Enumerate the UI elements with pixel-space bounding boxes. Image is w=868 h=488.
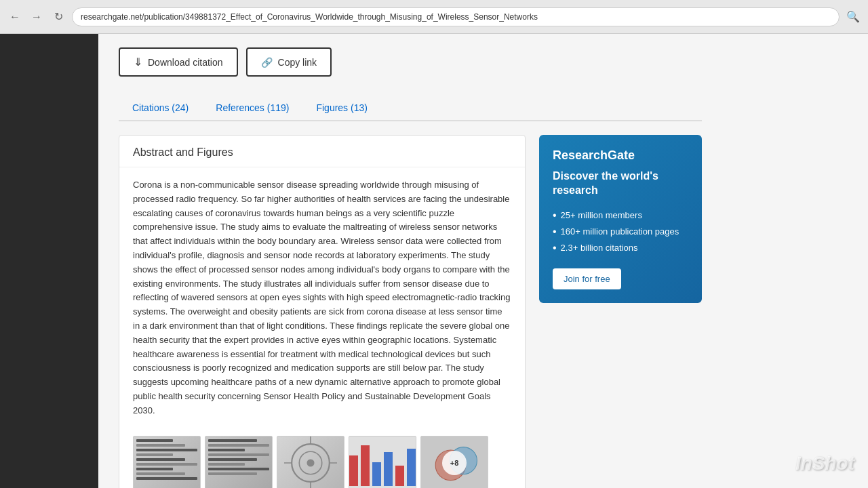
flowchart-line: [208, 453, 269, 456]
abstract-section: Abstract and Figures Corona is a non-com…: [119, 135, 526, 488]
bar-2: [361, 445, 370, 486]
flowchart-line: [136, 477, 197, 480]
download-icon: ⇓: [134, 56, 142, 68]
bar-3: [372, 462, 381, 486]
flowchart-line: [208, 472, 257, 475]
abstract-body: Corona is a non-communicable sensor dise…: [119, 167, 525, 429]
download-citation-label: Download citation: [148, 57, 223, 68]
tab-references[interactable]: References (119): [202, 96, 302, 120]
join-free-button[interactable]: Join for free: [553, 268, 621, 289]
rg-stats-list: 25+ million members 160+ million publica…: [553, 207, 688, 256]
flowchart-line: [208, 449, 245, 451]
rg-stat-2: 160+ million publication pages: [553, 224, 688, 240]
flowchart-line: [208, 444, 269, 447]
flowchart-line: [208, 463, 245, 466]
copy-link-label: Copy link: [278, 57, 317, 68]
rg-stat-1: 25+ million members: [553, 207, 688, 224]
tab-figures[interactable]: Figures (13): [302, 96, 380, 120]
rg-stat-3: 2.3+ billion citations: [553, 240, 688, 256]
abstract-title: Abstract and Figures: [133, 146, 511, 159]
flowchart-line: [136, 458, 185, 461]
action-buttons-row: ⇓ Download citation 🔗 Copy link: [119, 47, 702, 77]
search-button[interactable]: 🔍: [845, 9, 861, 25]
rg-card: ResearchGate Discover the world's resear…: [539, 135, 702, 303]
figures-row: +8: [119, 429, 525, 488]
bar-5: [395, 466, 404, 486]
overlay-badge: +8: [442, 451, 467, 475]
link-icon: 🔗: [261, 57, 273, 68]
flowchart-line: [208, 439, 257, 442]
flowchart-line: [136, 453, 173, 456]
copy-link-button[interactable]: 🔗 Copy link: [246, 47, 332, 77]
tab-citations[interactable]: Citations (24): [119, 96, 202, 120]
bar-6: [407, 449, 416, 486]
flowchart-line: [208, 468, 269, 470]
figure-thumb-barchart[interactable]: [349, 436, 416, 488]
url-bar[interactable]: researchgate.net/publication/349881372_E…: [72, 7, 840, 26]
bar-4: [384, 452, 393, 486]
rg-brand: ResearchGate: [553, 148, 688, 163]
refresh-button[interactable]: ↻: [50, 9, 66, 25]
back-button[interactable]: ←: [7, 9, 23, 25]
page-layout: Abstract and Figures Corona is a non-com…: [119, 135, 702, 488]
forward-button[interactable]: →: [28, 9, 45, 25]
svg-point-2: [307, 459, 314, 466]
left-sidebar: [0, 34, 98, 488]
flowchart-line: [136, 444, 185, 447]
diagram-svg: [277, 436, 344, 488]
abstract-text: Corona is a non-communicable sensor dise…: [133, 178, 511, 418]
figure-thumb-overlay[interactable]: +8: [420, 436, 488, 488]
figure-thumb-1[interactable]: [133, 436, 201, 488]
abstract-header: Abstract and Figures: [119, 136, 525, 167]
main-content: ⇓ Download citation 🔗 Copy link Citation…: [98, 34, 868, 488]
url-text: researchgate.net/publication/349881372_E…: [81, 12, 538, 22]
download-citation-button[interactable]: ⇓ Download citation: [119, 47, 238, 77]
figure-thumb-3[interactable]: [277, 436, 344, 488]
flowchart-line: [136, 449, 197, 451]
browser-toolbar: ← → ↻ researchgate.net/publication/34988…: [0, 0, 868, 34]
flowchart-line: [208, 458, 257, 461]
flowchart-line: [136, 439, 173, 442]
tab-navigation: Citations (24) References (119) Figures …: [119, 96, 702, 121]
rg-heading: Discover the world's research: [553, 169, 688, 198]
flowchart-line: [136, 472, 185, 475]
flowchart-line: [136, 468, 173, 470]
bar-1: [349, 455, 358, 486]
figure-thumb-2[interactable]: [205, 436, 273, 488]
flowchart-line: [136, 463, 197, 466]
